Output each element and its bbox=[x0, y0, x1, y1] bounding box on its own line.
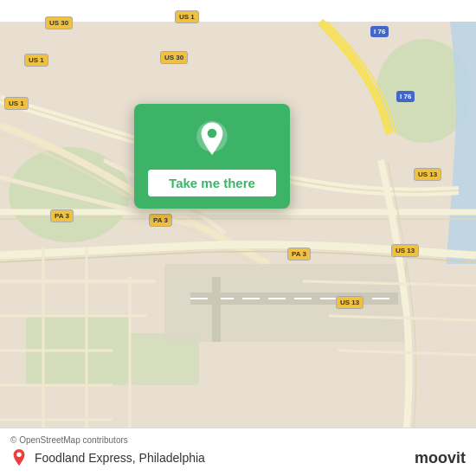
shield-us1-2: US 1 bbox=[4, 93, 29, 110]
shield-us13-1: US 13 bbox=[414, 164, 441, 181]
map-svg bbox=[0, 0, 476, 476]
take-me-there-button[interactable]: Take me there bbox=[148, 170, 276, 196]
shield-us30-2: US 30 bbox=[160, 48, 188, 64]
moovit-text: moovit bbox=[415, 449, 466, 467]
shield-us1-1: US 1 bbox=[24, 50, 48, 67]
shield-us13-3: US 13 bbox=[336, 293, 363, 309]
map-attribution: © OpenStreetMap contributors bbox=[10, 435, 466, 445]
shield-i76-2: I 76 bbox=[396, 87, 415, 102]
moovit-logo: moovit bbox=[415, 449, 466, 467]
bottom-bar: © OpenStreetMap contributors Foodland Ex… bbox=[0, 428, 476, 476]
svg-point-8 bbox=[16, 453, 22, 458]
svg-point-7 bbox=[208, 129, 217, 138]
shield-pa3-3: PA 3 bbox=[287, 244, 311, 261]
shield-i76-1: I 76 bbox=[370, 22, 389, 37]
moovit-pin-icon bbox=[10, 448, 28, 467]
shield-pa3-1: PA 3 bbox=[50, 206, 74, 222]
map-container: US 30 US 1 US 1 US 30 US 1 I 76 I 76 US … bbox=[0, 0, 476, 476]
location-pin-icon bbox=[191, 119, 233, 161]
location-name: Foodland Express, Philadelphia bbox=[35, 451, 205, 465]
shield-us1-3: US 1 bbox=[175, 7, 199, 23]
location-card: Take me there bbox=[134, 104, 290, 209]
shield-us13-2: US 13 bbox=[391, 241, 419, 257]
shield-pa3-2: PA 3 bbox=[149, 210, 172, 227]
shield-us30-1: US 30 bbox=[45, 13, 73, 29]
